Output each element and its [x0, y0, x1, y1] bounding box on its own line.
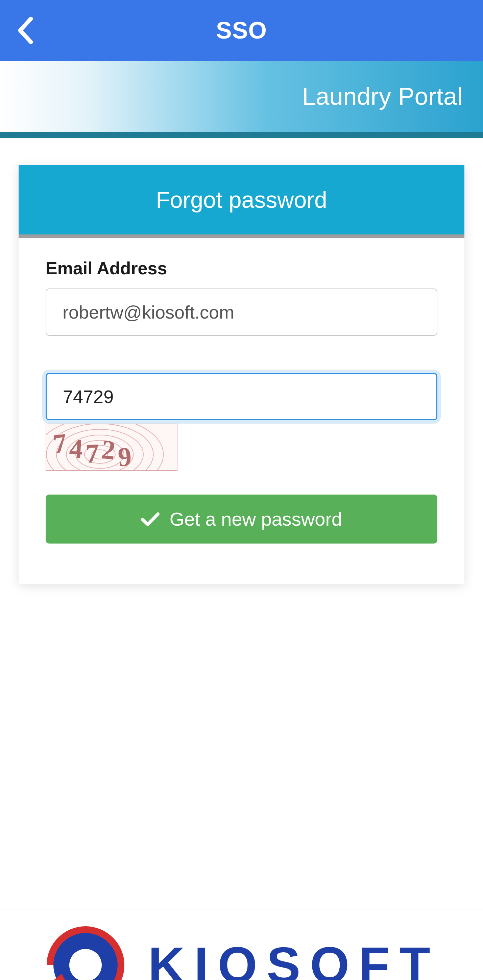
check-icon	[141, 511, 159, 527]
logo-text: KIOSOFT	[148, 936, 440, 980]
chevron-left-icon	[16, 17, 35, 44]
back-button[interactable]	[14, 19, 37, 42]
email-label: Email Address	[46, 258, 437, 278]
email-input[interactable]	[46, 288, 437, 336]
card-body: Email Address	[19, 238, 464, 584]
forgot-password-card: Forgot password Email Address	[19, 165, 464, 584]
footer: KIOSOFT Copyright © 2002-2023 KioSoft Te…	[0, 909, 483, 980]
kiosoft-logo-icon	[43, 923, 128, 980]
captcha-image[interactable]: 74729	[46, 424, 177, 471]
logo: KIOSOFT	[0, 923, 483, 980]
submit-label: Get a new password	[170, 508, 342, 530]
content: Forgot password Email Address	[0, 138, 483, 584]
captcha-image-text: 74729	[46, 424, 177, 470]
captcha-input[interactable]	[46, 373, 437, 420]
svg-point-11	[69, 949, 102, 980]
card-separator	[19, 234, 464, 238]
portal-header: Laundry Portal	[0, 61, 483, 132]
app-bar-title: SSO	[216, 17, 267, 44]
app-bar: SSO	[0, 0, 483, 61]
portal-title: Laundry Portal	[302, 83, 463, 110]
card-header: Forgot password	[19, 165, 464, 234]
header-divider	[0, 132, 483, 138]
get-new-password-button[interactable]: Get a new password	[46, 495, 437, 544]
